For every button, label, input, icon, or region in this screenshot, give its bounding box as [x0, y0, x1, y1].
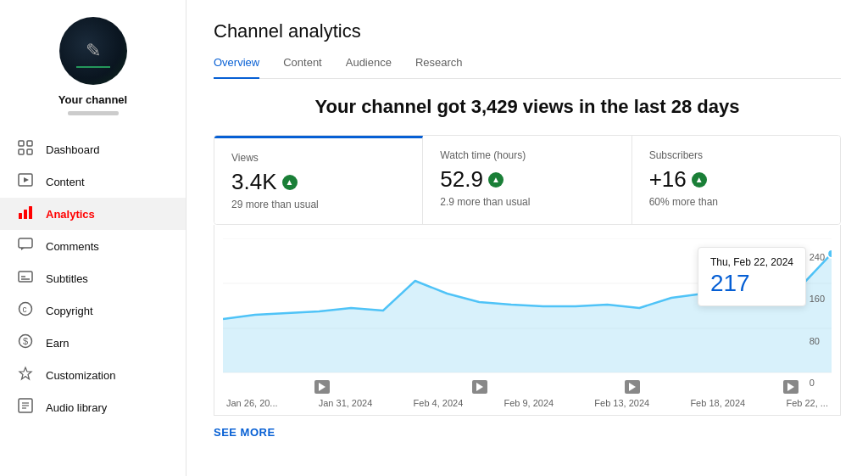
watch-time-up-arrow: ▲ — [488, 172, 504, 188]
handle-blurred — [68, 109, 119, 116]
svg-point-26 — [827, 249, 832, 258]
video-markers-row — [223, 378, 832, 396]
sidebar-label-subtitles: Subtitles — [46, 272, 88, 285]
x-label-4: Feb 13, 2024 — [594, 398, 649, 408]
tooltip-value: 217 — [710, 270, 793, 297]
metric-value-views: 3.4K — [231, 169, 277, 195]
svg-rect-0 — [68, 111, 119, 115]
chart-wrapper: Thu, Feb 22, 2024 217 240 160 — [223, 238, 832, 374]
channel-handle — [68, 108, 119, 118]
metric-value-row-watch-time: 52.9 ▲ — [440, 166, 614, 193]
metric-label-views: Views — [231, 152, 405, 164]
x-label-3: Feb 9, 2024 — [504, 398, 554, 408]
svg-text:c: c — [23, 305, 27, 314]
sidebar: ✎ Your channel Dashboard Content Analyti… — [0, 0, 186, 476]
metric-value-row-views: 3.4K ▲ — [231, 169, 405, 195]
page-title: Channel analytics — [214, 20, 841, 42]
svg-rect-8 — [24, 210, 27, 219]
svg-rect-1 — [19, 141, 24, 146]
metric-card-views[interactable]: Views 3.4K ▲ 29 more than usual — [214, 136, 423, 224]
see-more-link[interactable]: SEE MORE — [214, 426, 275, 439]
metric-sub-views: 29 more than usual — [231, 199, 405, 210]
tab-content[interactable]: Content — [283, 56, 322, 79]
svg-rect-10 — [19, 238, 32, 248]
y-label-240: 240 — [810, 252, 825, 262]
audio-library-icon — [17, 398, 34, 417]
x-label-0: Jan 26, 20... — [226, 398, 278, 408]
x-label-1: Jan 31, 2024 — [319, 398, 373, 408]
sidebar-item-dashboard[interactable]: Dashboard — [0, 133, 186, 165]
sidebar-label-earn: Earn — [46, 337, 69, 350]
sidebar-label-comments: Comments — [46, 240, 99, 253]
metric-value-watch-time: 52.9 — [440, 166, 483, 193]
sidebar-item-customization[interactable]: Customization — [0, 359, 186, 391]
chart-area: Thu, Feb 22, 2024 217 240 160 — [214, 225, 841, 416]
sidebar-label-copyright: Copyright — [46, 305, 93, 317]
comments-icon — [17, 237, 34, 255]
chart-tooltip: Thu, Feb 22, 2024 217 — [698, 247, 806, 306]
earn-icon: $ — [17, 333, 34, 352]
metrics-row: Views 3.4K ▲ 29 more than usual Watch ti… — [214, 135, 841, 225]
svg-marker-6 — [24, 177, 29, 182]
x-label-2: Feb 4, 2024 — [414, 398, 464, 408]
svg-marker-28 — [476, 383, 483, 391]
svg-rect-4 — [27, 149, 32, 154]
dashboard-icon — [17, 140, 34, 159]
svg-marker-29 — [629, 383, 636, 391]
analytics-icon — [17, 204, 34, 223]
sidebar-label-dashboard: Dashboard — [46, 143, 100, 156]
svg-rect-3 — [19, 149, 24, 154]
subtitles-icon — [17, 269, 34, 288]
metric-card-watch-time[interactable]: Watch time (hours) 52.9 ▲ 2.9 more than … — [423, 136, 632, 224]
metric-label-watch-time: Watch time (hours) — [440, 149, 614, 161]
sidebar-item-analytics[interactable]: Analytics — [0, 198, 186, 230]
sidebar-label-audio-library: Audio library — [46, 401, 107, 414]
metric-value-subscribers: +16 — [649, 166, 687, 193]
video-marker-4[interactable] — [783, 380, 798, 394]
subscribers-up-arrow: ▲ — [692, 172, 707, 188]
x-axis-labels: Jan 26, 20... Jan 31, 2024 Feb 4, 2024 F… — [223, 398, 832, 408]
views-up-arrow: ▲ — [282, 175, 298, 190]
metric-value-row-subscribers: +16 ▲ — [649, 166, 823, 193]
sidebar-item-content[interactable]: Content — [0, 165, 186, 198]
tabs-bar: Overview Content Audience Research — [214, 56, 841, 79]
svg-rect-7 — [19, 213, 22, 219]
sidebar-item-subtitles[interactable]: Subtitles — [0, 262, 186, 294]
metric-label-subscribers: Subscribers — [649, 149, 823, 161]
video-marker-2[interactable] — [472, 380, 487, 394]
avatar-edit-icon: ✎ — [86, 40, 101, 62]
main-content: Channel analytics Overview Content Audie… — [186, 0, 868, 476]
tab-audience[interactable]: Audience — [346, 56, 392, 79]
x-label-5: Feb 18, 2024 — [690, 398, 745, 408]
content-icon — [17, 172, 34, 191]
metric-sub-watch-time: 2.9 more than usual — [440, 196, 614, 208]
svg-text:$: $ — [23, 336, 28, 346]
video-marker-1[interactable] — [314, 380, 330, 394]
sidebar-label-content: Content — [46, 176, 85, 188]
svg-marker-30 — [787, 383, 794, 391]
sidebar-label-analytics: Analytics — [46, 208, 95, 221]
video-marker-3[interactable] — [625, 380, 640, 394]
tooltip-date: Thu, Feb 22, 2024 — [710, 256, 793, 268]
y-label-80: 80 — [810, 336, 825, 346]
tab-overview[interactable]: Overview — [214, 56, 259, 79]
sidebar-item-earn[interactable]: $ Earn — [0, 327, 186, 359]
sidebar-nav: Dashboard Content Analytics Comments Sub — [0, 133, 186, 423]
svg-rect-9 — [29, 206, 32, 219]
sidebar-label-customization: Customization — [46, 369, 115, 382]
tab-research[interactable]: Research — [415, 56, 463, 79]
sidebar-item-copyright[interactable]: c Copyright — [0, 294, 186, 327]
svg-rect-2 — [27, 141, 32, 146]
sidebar-item-audio-library[interactable]: Audio library — [0, 391, 186, 423]
y-label-160: 160 — [810, 294, 825, 304]
metric-card-subscribers[interactable]: Subscribers +16 ▲ 60% more than — [632, 136, 840, 224]
svg-marker-27 — [319, 383, 326, 391]
sidebar-item-comments[interactable]: Comments — [0, 230, 186, 262]
y-axis-labels: 240 160 80 0 — [810, 252, 825, 388]
channel-name: Your channel — [58, 93, 127, 106]
channel-avatar[interactable]: ✎ — [59, 17, 127, 85]
copyright-icon: c — [17, 301, 34, 320]
summary-text: Your channel got 3,429 views in the last… — [214, 96, 841, 118]
metric-sub-subscribers: 60% more than — [649, 196, 823, 208]
customization-icon — [17, 366, 34, 384]
